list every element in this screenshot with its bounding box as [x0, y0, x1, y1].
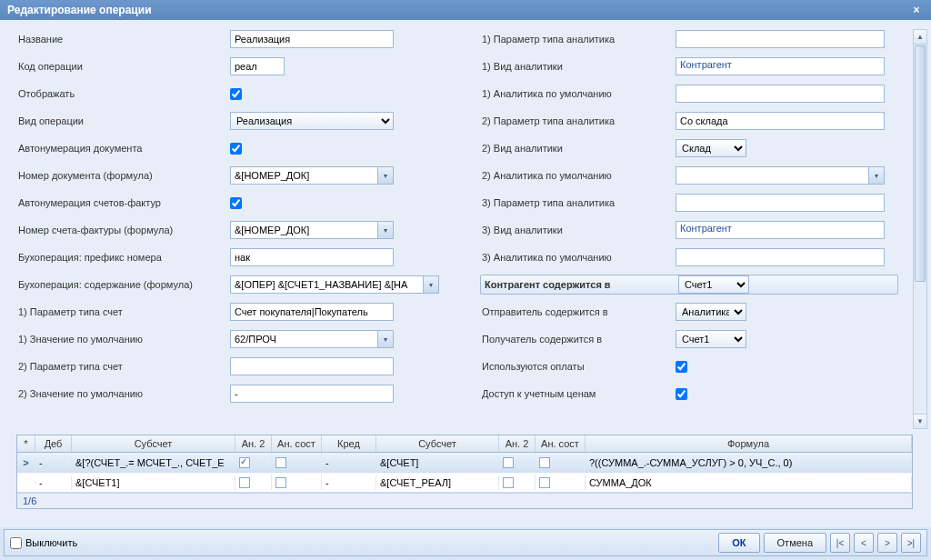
scroll-up-icon[interactable]: ▲	[914, 30, 926, 45]
cell-deb: -	[35, 455, 72, 470]
left-row-6: Автонумерация счетов-фактур	[16, 193, 453, 213]
col-ansost-1[interactable]: Ан. сост	[272, 435, 322, 452]
left-label-4: Автонумерация документа	[16, 143, 230, 154]
left-input-0[interactable]	[230, 30, 394, 48]
right-label-0: 1) Параметр типа аналитика	[480, 34, 676, 45]
left-input-7[interactable]	[230, 221, 377, 239]
left-input-11[interactable]	[230, 330, 377, 348]
left-dropdown-11: ▾	[230, 330, 394, 348]
cell-ansost2	[536, 475, 586, 490]
right-readonly-1[interactable]: Контрагент	[676, 57, 885, 75]
left-label-10: 1) Параметр типа счет	[16, 306, 230, 317]
right-row-11: Получатель содержится вСчет1	[480, 329, 898, 349]
grid-checkbox[interactable]	[503, 477, 514, 488]
col-ansost-2[interactable]: Ан. сост	[536, 435, 586, 452]
right-input-6[interactable]	[676, 194, 885, 212]
left-input-9[interactable]	[230, 275, 423, 294]
left-label-7: Номер счета-фактуры (формула)	[16, 225, 230, 235]
left-checkbox-2[interactable]	[230, 88, 242, 100]
ok-button[interactable]: ОК	[718, 533, 759, 553]
left-label-2: Отображать	[16, 88, 230, 99]
grid-checkbox[interactable]	[239, 477, 250, 488]
cell-ansost1	[272, 475, 322, 490]
left-checkbox-4[interactable]	[230, 143, 242, 155]
grid-checkbox[interactable]	[239, 457, 250, 468]
cell-formula: ?((СУММА_.-СУММА_УСЛУГ) > 0, УЧ_С., 0)	[586, 455, 912, 470]
nav-next-icon[interactable]: >	[877, 533, 897, 553]
right-label-3: 2) Параметр типа аналитика	[480, 115, 676, 126]
col-formula[interactable]: Формула	[586, 435, 912, 452]
left-input-13[interactable]	[230, 385, 394, 403]
right-select-4[interactable]: Склад	[676, 139, 746, 157]
chevron-down-icon[interactable]: ▾	[423, 275, 439, 294]
right-readonly-7[interactable]: Контрагент	[676, 221, 885, 239]
left-input-8[interactable]	[230, 248, 394, 266]
right-row-12: Используются оплаты	[480, 356, 898, 376]
right-select-11[interactable]: Счет1	[676, 330, 746, 348]
col-star[interactable]: *	[17, 435, 35, 452]
left-checkbox-6[interactable]	[230, 197, 242, 209]
left-input-5[interactable]	[230, 166, 377, 185]
col-an2-2[interactable]: Ан. 2	[499, 435, 536, 452]
chevron-down-icon[interactable]: ▾	[377, 330, 394, 348]
row-marker: >	[17, 455, 35, 470]
grid-checkbox[interactable]	[539, 477, 550, 488]
grid-checkbox[interactable]	[503, 457, 514, 468]
right-input-3[interactable]	[676, 112, 885, 130]
chevron-down-icon[interactable]: ▾	[377, 166, 394, 185]
left-input-10[interactable]	[230, 303, 394, 321]
close-icon[interactable]: ×	[909, 3, 924, 17]
right-input-0[interactable]	[676, 30, 885, 48]
right-row-5: 2) Аналитика по умолчанию▾	[480, 165, 898, 185]
left-row-13: 2) Значение по умолчанию	[16, 384, 453, 404]
nav-last-icon[interactable]: >|	[901, 533, 921, 553]
cancel-button[interactable]: Отмена	[764, 533, 826, 553]
scroll-down-icon[interactable]: ▼	[914, 414, 926, 428]
scroll-thumb[interactable]	[915, 45, 926, 282]
left-input-12[interactable]	[230, 357, 394, 375]
nav-prev-icon[interactable]: <	[854, 533, 874, 553]
titlebar: Редактирование операции ×	[0, 0, 931, 20]
right-input-5[interactable]	[676, 166, 868, 185]
right-label-11: Получатель содержится в	[480, 334, 676, 345]
left-label-11: 1) Значение по умолчанию	[16, 334, 230, 345]
col-subaccount-2[interactable]: Субсчет	[376, 435, 499, 452]
grid-checkbox[interactable]	[275, 457, 286, 468]
grid-checkbox[interactable]	[275, 477, 286, 488]
right-input-2[interactable]	[676, 85, 885, 103]
left-input-1[interactable]	[230, 57, 285, 75]
nav-first-icon[interactable]: |<	[830, 533, 850, 553]
left-select-3[interactable]: Реализация	[230, 112, 394, 130]
left-row-7: Номер счета-фактуры (формула)▾	[16, 220, 453, 240]
disable-checkbox[interactable]	[10, 537, 22, 549]
right-label-7: 3) Вид аналитики	[480, 225, 676, 235]
right-input-8[interactable]	[676, 248, 885, 266]
col-subaccount-1[interactable]: Субсчет	[72, 435, 235, 452]
right-label-2: 1) Аналитика по умолчанию	[480, 88, 676, 99]
table-row[interactable]: >-&[?(СЧЕТ_.= МСЧЕТ_., СЧЕТ_Е-&[СЧЕТ]?((…	[17, 453, 912, 473]
detail-grid: * Деб Субсчет Ан. 2 Ан. сост Кред Субсче…	[16, 435, 913, 509]
left-row-12: 2) Параметр типа счет	[16, 356, 453, 376]
chevron-down-icon[interactable]: ▾	[377, 221, 394, 239]
right-label-10: Отправитель содержится в	[480, 306, 676, 317]
right-checkbox-12[interactable]	[676, 361, 687, 373]
cell-kred: -	[322, 455, 376, 470]
right-row-2: 1) Аналитика по умолчанию	[480, 84, 898, 104]
right-select-9[interactable]: Счет1	[678, 275, 749, 294]
col-deb[interactable]: Деб	[35, 435, 72, 452]
col-an2-1[interactable]: Ан. 2	[235, 435, 272, 452]
right-label-1: 1) Вид аналитики	[480, 61, 676, 72]
grid-pager[interactable]: 1/6	[17, 493, 912, 508]
table-row[interactable]: -&[СЧЕТ1]-&[СЧЕТ_РЕАЛ]СУММА_ДОК	[17, 473, 912, 493]
left-row-3: Вид операцииРеализация	[16, 111, 453, 131]
left-row-11: 1) Значение по умолчанию▾	[16, 329, 453, 349]
right-checkbox-13[interactable]	[676, 388, 687, 400]
chevron-down-icon[interactable]: ▾	[868, 166, 885, 185]
grid-checkbox[interactable]	[539, 457, 550, 468]
left-row-0: Название	[16, 29, 453, 49]
right-row-8: 3) Аналитика по умолчанию	[480, 247, 898, 267]
right-select-10[interactable]: Аналитика 2	[676, 303, 746, 321]
vertical-scrollbar[interactable]: ▲ ▼	[913, 29, 927, 429]
right-row-4: 2) Вид аналитикиСклад	[480, 138, 898, 158]
col-kred[interactable]: Кред	[322, 435, 376, 452]
